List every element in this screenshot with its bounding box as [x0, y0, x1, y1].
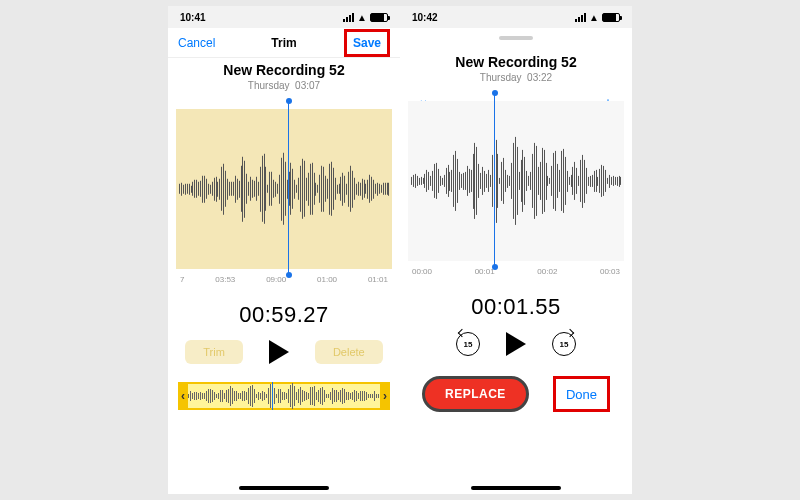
trim-button[interactable]: Trim	[185, 340, 243, 364]
current-time: 00:59.27	[168, 302, 400, 328]
clock: 10:42	[412, 12, 438, 23]
signal-icon	[575, 13, 586, 22]
status-icons: ▲	[575, 12, 620, 23]
skip-forward-button[interactable]: 15	[552, 332, 576, 356]
waveform-area[interactable]	[176, 109, 392, 269]
playhead[interactable]	[494, 93, 495, 267]
bottom-actions: REPLACE Done	[400, 376, 632, 412]
done-button-highlight: Done	[553, 376, 610, 412]
skip-back-button[interactable]: 15	[456, 332, 480, 356]
play-button[interactable]	[506, 332, 526, 356]
trim-handle-left[interactable]: ‹	[178, 384, 188, 408]
playback-controls: Trim Delete	[168, 340, 400, 364]
save-button[interactable]: Save	[344, 29, 390, 57]
trim-scrubber[interactable]: ‹ ›	[178, 382, 390, 410]
screenshot-pair: 10:41 ▲ Cancel Trim Save New Recording 5…	[168, 6, 632, 494]
playback-controls: 15 15	[400, 332, 632, 356]
done-button[interactable]: Done	[566, 387, 597, 402]
waveform-area[interactable]	[408, 101, 624, 261]
waveform	[176, 153, 392, 225]
mini-playhead[interactable]	[272, 382, 274, 410]
time-axis: 00:0000:0100:0200:03	[412, 267, 620, 276]
signal-icon	[343, 13, 354, 22]
battery-icon	[370, 13, 388, 22]
current-time: 00:01.55	[400, 294, 632, 320]
cancel-button[interactable]: Cancel	[178, 36, 228, 50]
clock: 10:41	[180, 12, 206, 23]
status-icons: ▲	[343, 12, 388, 23]
home-indicator[interactable]	[471, 486, 561, 490]
mini-waveform	[180, 387, 388, 405]
recording-header: New Recording 52 Thursday 03:22	[400, 54, 632, 83]
recording-header: New Recording 52 Thursday 03:07	[168, 62, 400, 91]
recording-title: New Recording 52	[168, 62, 400, 78]
trim-handle-right[interactable]: ›	[380, 384, 390, 408]
waveform	[408, 137, 624, 225]
phone-right-replace-view: 10:42 ▲ New Recording 52 Thursday 03:22	[400, 6, 632, 494]
nav-title: Trim	[271, 36, 296, 50]
status-bar: 10:41 ▲	[168, 6, 400, 28]
navigation-bar: Cancel Trim Save	[168, 28, 400, 58]
save-button-highlight[interactable]: Save	[340, 29, 390, 57]
wifi-icon: ▲	[357, 12, 367, 23]
delete-button[interactable]: Delete	[315, 340, 383, 364]
recording-subtitle: Thursday 03:22	[400, 72, 632, 83]
time-axis: 703:5309:0001:0001:01	[180, 275, 388, 284]
replace-button[interactable]: REPLACE	[422, 376, 529, 412]
play-button[interactable]	[269, 340, 289, 364]
status-bar: 10:42 ▲	[400, 6, 632, 28]
phone-left-trim-view: 10:41 ▲ Cancel Trim Save New Recording 5…	[168, 6, 400, 494]
home-indicator[interactable]	[239, 486, 329, 490]
battery-icon	[602, 13, 620, 22]
sheet-grabber[interactable]	[400, 28, 632, 48]
wifi-icon: ▲	[589, 12, 599, 23]
playhead[interactable]	[288, 101, 289, 275]
recording-title: New Recording 52	[400, 54, 632, 70]
recording-subtitle: Thursday 03:07	[168, 80, 400, 91]
